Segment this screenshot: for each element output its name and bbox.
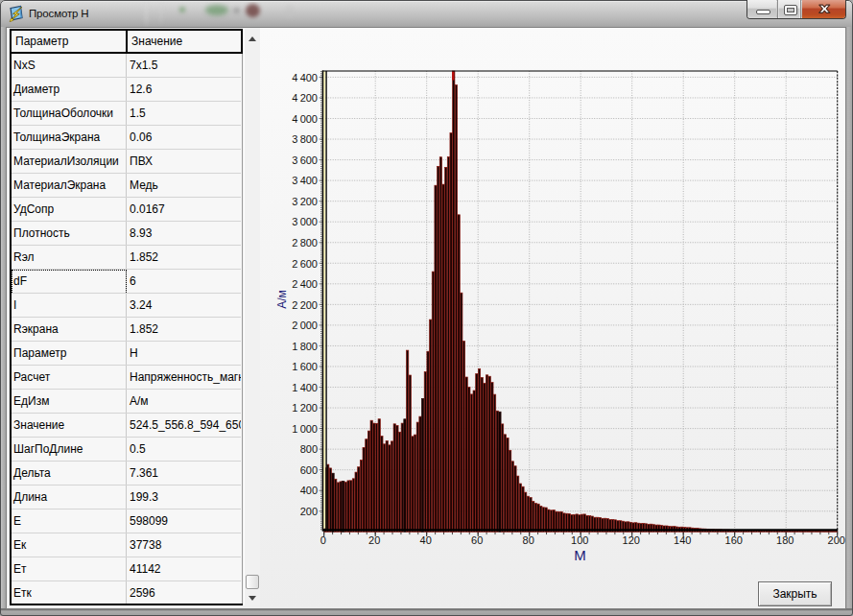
svg-text:1 000: 1 000: [292, 423, 318, 435]
svg-text:М: М: [574, 547, 586, 563]
svg-text:3 200: 3 200: [292, 196, 318, 207]
svg-text:А/м: А/м: [275, 290, 289, 309]
svg-text:40: 40: [420, 534, 432, 546]
svg-text:200: 200: [828, 534, 845, 546]
svg-text:120: 120: [623, 534, 640, 546]
svg-text:4 000: 4 000: [292, 113, 318, 125]
svg-text:0: 0: [320, 534, 326, 546]
svg-text:1 600: 1 600: [292, 361, 318, 372]
svg-text:200: 200: [300, 506, 318, 517]
svg-text:2 800: 2 800: [292, 237, 318, 249]
svg-text:60: 60: [471, 534, 483, 546]
svg-text:1 800: 1 800: [292, 341, 318, 352]
svg-text:80: 80: [523, 534, 534, 546]
svg-text:2 000: 2 000: [292, 320, 318, 331]
svg-text:2 600: 2 600: [292, 258, 318, 270]
svg-text:140: 140: [674, 534, 691, 546]
svg-text:20: 20: [368, 534, 380, 546]
svg-text:3 400: 3 400: [292, 175, 318, 186]
svg-text:100: 100: [571, 534, 588, 546]
svg-text:2 400: 2 400: [292, 278, 318, 290]
svg-text:180: 180: [776, 534, 794, 546]
svg-text:160: 160: [725, 534, 743, 546]
svg-text:3 600: 3 600: [292, 154, 318, 166]
svg-text:4 400: 4 400: [292, 72, 318, 83]
svg-text:2 200: 2 200: [292, 299, 318, 311]
svg-text:3 800: 3 800: [292, 133, 318, 145]
svg-text:4 200: 4 200: [292, 92, 318, 104]
svg-text:600: 600: [300, 464, 318, 476]
svg-text:800: 800: [300, 443, 318, 455]
svg-text:400: 400: [300, 485, 318, 496]
svg-text:1 400: 1 400: [292, 382, 318, 393]
svg-text:1 200: 1 200: [292, 402, 318, 414]
svg-text:3 000: 3 000: [292, 216, 318, 227]
